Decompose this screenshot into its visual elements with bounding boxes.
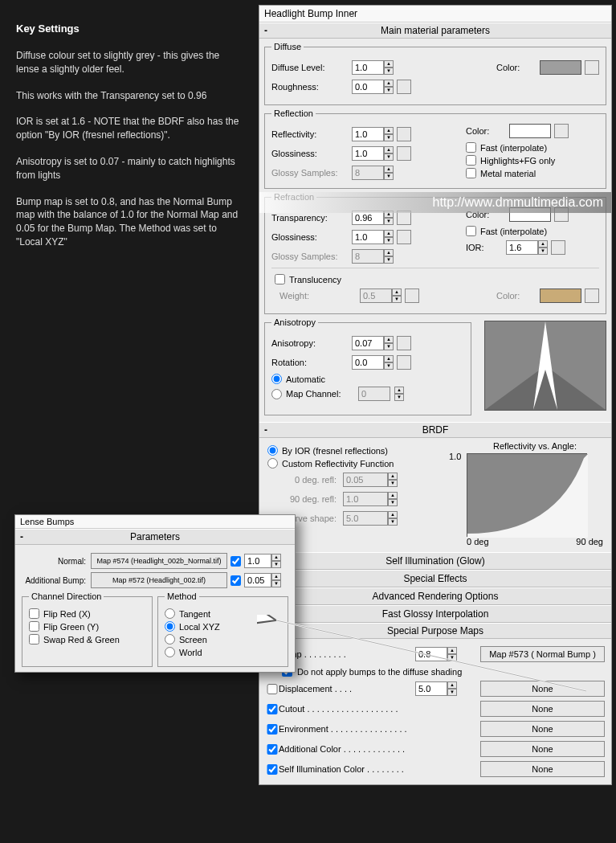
weight-spinner[interactable]: ▲▼ — [360, 289, 402, 303]
reflectivity-input[interactable] — [352, 127, 384, 141]
spin-up-icon[interactable]: ▲ — [384, 355, 394, 362]
refr-gloss-map-btn[interactable] — [397, 230, 411, 244]
ior-input[interactable] — [506, 240, 538, 255]
displacement-spinner[interactable]: ▲▼ — [415, 681, 479, 696]
deg90-input[interactable] — [343, 492, 388, 506]
refr-color-map-btn[interactable] — [554, 207, 569, 222]
spin-down-icon[interactable]: ▼ — [271, 561, 281, 568]
addbump-map-button[interactable]: Map #572 (Headlight_002.tif) — [91, 572, 227, 588]
spin-up-icon[interactable]: ▲ — [384, 80, 394, 87]
spin-down-icon[interactable]: ▼ — [394, 394, 404, 401]
spin-up-icon[interactable]: ▲ — [384, 127, 394, 134]
reflectivity-spinner[interactable]: ▲▼ — [352, 127, 394, 141]
cutout-check[interactable] — [266, 704, 279, 714]
refl-samples-spinner[interactable]: ▲▼ — [352, 166, 394, 180]
addbump-enable-check[interactable] — [230, 575, 241, 586]
radio-icon[interactable] — [165, 647, 175, 657]
refl-color-map-btn[interactable] — [554, 124, 569, 138]
spin-down-icon[interactable]: ▼ — [447, 654, 457, 661]
checkbox-icon[interactable] — [466, 142, 476, 153]
spin-down-icon[interactable]: ▼ — [384, 237, 394, 244]
normal-map-button[interactable]: Map #574 (Headlight_002b_Normal.tif) — [91, 553, 227, 569]
refl-gloss-spinner[interactable]: ▲▼ — [352, 146, 394, 161]
refr-gloss-input[interactable] — [352, 230, 384, 244]
swap-rg-check[interactable]: Swap Red & Green — [29, 634, 145, 645]
spin-up-icon[interactable]: ▲ — [384, 230, 394, 237]
refr-color-swatch[interactable] — [509, 207, 551, 222]
environment-map-button[interactable]: None — [480, 721, 605, 737]
weight-input[interactable] — [360, 289, 392, 303]
roughness-map-btn[interactable] — [397, 80, 411, 94]
spin-down-icon[interactable]: ▼ — [388, 480, 398, 487]
addbump-val-input[interactable] — [244, 573, 271, 587]
spin-up-icon[interactable]: ▲ — [388, 511, 398, 518]
radio-icon[interactable] — [271, 374, 282, 384]
spin-up-icon[interactable]: ▲ — [388, 473, 398, 480]
checkbox-icon[interactable] — [29, 621, 39, 632]
translucency-check[interactable]: Translucency — [275, 274, 599, 284]
spin-down-icon[interactable]: ▼ — [384, 343, 394, 350]
checkbox-icon[interactable] — [29, 634, 39, 645]
spin-up-icon[interactable]: ▲ — [447, 647, 457, 654]
displacement-check[interactable] — [266, 684, 279, 694]
deg90-spinner[interactable]: ▲▼ — [343, 492, 398, 506]
deg0-input[interactable] — [343, 473, 388, 487]
radio-icon[interactable] — [267, 458, 278, 469]
normal-val-input[interactable] — [244, 554, 271, 568]
diffuse-color-map-btn[interactable] — [585, 60, 599, 75]
rotation-map-btn[interactable] — [397, 355, 411, 370]
aniso-map-btn[interactable] — [397, 336, 411, 350]
fast-interpolate-check[interactable]: Fast (interpolate) — [466, 142, 569, 153]
cutout-map-button[interactable]: None — [480, 701, 605, 717]
spin-down-icon[interactable]: ▼ — [384, 173, 394, 180]
rollout-self-illumination[interactable]: Self Illumination (Glow) — [259, 552, 611, 570]
spin-up-icon[interactable]: ▲ — [394, 387, 404, 394]
rotation-spinner[interactable]: ▲▼ — [352, 355, 394, 370]
curve-input[interactable] — [343, 511, 388, 526]
map-channel-spinner[interactable]: ▲▼ — [358, 387, 404, 401]
checkbox-icon[interactable] — [29, 608, 39, 619]
spin-up-icon[interactable]: ▲ — [538, 240, 548, 248]
spin-down-icon[interactable]: ▼ — [392, 296, 402, 303]
ior-spinner[interactable]: ▲▼ — [506, 240, 548, 255]
brdf-by-ior-radio[interactable]: By IOR (fresnel reflections) — [267, 445, 452, 456]
bump-input[interactable] — [415, 647, 447, 661]
bump-map-button[interactable]: Map #573 ( Normal Bump ) — [480, 646, 605, 662]
spin-down-icon[interactable]: ▼ — [384, 134, 394, 141]
spin-down-icon[interactable]: ▼ — [384, 256, 394, 264]
refr-gloss-spinner[interactable]: ▲▼ — [352, 230, 394, 244]
rollout-fast-glossy[interactable]: Fast Glossy Interpolation — [259, 605, 611, 623]
diffuse-color-swatch[interactable] — [540, 60, 581, 75]
refr-samples-input[interactable] — [352, 249, 384, 264]
rotation-input[interactable] — [352, 355, 384, 370]
addcolor-map-button[interactable]: None — [480, 741, 605, 757]
spin-down-icon[interactable]: ▼ — [271, 580, 281, 587]
spin-down-icon[interactable]: ▼ — [447, 689, 457, 696]
spin-up-icon[interactable]: ▲ — [384, 166, 394, 173]
method-localxyz-radio[interactable]: Local XYZ — [165, 621, 281, 632]
checkbox-icon[interactable] — [466, 155, 476, 166]
trans-color-swatch[interactable] — [540, 289, 581, 303]
radio-icon[interactable] — [165, 634, 175, 645]
spin-down-icon[interactable]: ▼ — [388, 499, 398, 506]
transparency-input[interactable] — [352, 211, 384, 225]
flip-red-check[interactable]: Flip Red (X) — [29, 608, 145, 619]
ior-map-btn[interactable] — [551, 240, 565, 255]
deg0-spinner[interactable]: ▲▼ — [343, 473, 398, 487]
spin-down-icon[interactable]: ▼ — [384, 218, 394, 225]
spin-down-icon[interactable]: ▼ — [388, 518, 398, 526]
refl-gloss-map-btn[interactable] — [397, 146, 411, 161]
rollout-advanced-rendering[interactable]: Advanced Rendering Options — [259, 587, 611, 605]
selfillum-map-button[interactable]: None — [480, 761, 605, 777]
refl-samples-input[interactable] — [352, 166, 384, 180]
method-screen-radio[interactable]: Screen — [165, 634, 281, 645]
displacement-map-button[interactable]: None — [480, 681, 605, 697]
spin-up-icon[interactable]: ▲ — [384, 211, 394, 218]
flip-green-check[interactable]: Flip Green (Y) — [29, 621, 145, 632]
spin-up-icon[interactable]: ▲ — [384, 146, 394, 153]
curve-spinner[interactable]: ▲▼ — [343, 511, 398, 526]
diffuse-level-spinner[interactable]: ▲▼ — [352, 60, 394, 75]
rollout-lense-params[interactable]: - Parameters — [15, 529, 295, 545]
roughness-input[interactable] — [352, 80, 384, 94]
aniso-automatic-radio[interactable]: Automatic — [271, 374, 464, 384]
